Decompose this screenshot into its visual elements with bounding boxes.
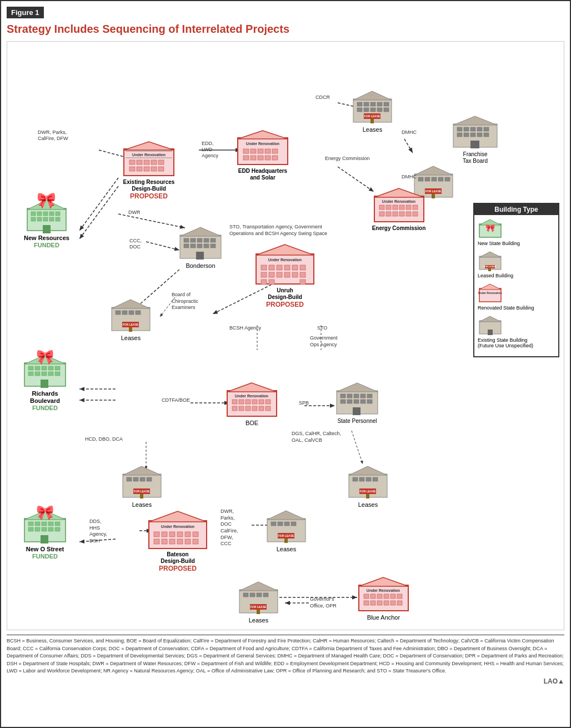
svg-rect-271 bbox=[364, 594, 369, 599]
leases-dwr-building: FOR LEASE Leases bbox=[266, 508, 307, 553]
svg-marker-177 bbox=[123, 466, 161, 475]
svg-rect-56 bbox=[158, 167, 164, 171]
bonderson-label: Bonderson bbox=[186, 262, 215, 270]
bow-icon: 🎀 bbox=[37, 193, 56, 208]
svg-rect-149 bbox=[269, 265, 274, 270]
svg-rect-64 bbox=[272, 149, 278, 153]
svg-rect-231 bbox=[42, 527, 47, 531]
svg-rect-195 bbox=[239, 406, 244, 411]
svg-rect-132 bbox=[197, 244, 202, 248]
svg-rect-192 bbox=[259, 400, 264, 404]
leases-dwr-label: Leases bbox=[277, 546, 296, 553]
svg-rect-134 bbox=[211, 244, 216, 248]
svg-rect-115 bbox=[406, 205, 411, 210]
svg-rect-121 bbox=[406, 212, 411, 216]
annotation-energy-comm: Energy Commission bbox=[325, 156, 370, 162]
svg-rect-258 bbox=[284, 538, 288, 543]
edd-hq-label: EDD Headquartersand Solar bbox=[238, 168, 287, 181]
svg-line-3 bbox=[79, 178, 118, 231]
svg-rect-172 bbox=[42, 372, 47, 376]
svg-rect-233 bbox=[55, 527, 60, 531]
svg-rect-84 bbox=[370, 119, 374, 123]
cdcr-leases-label: Leases bbox=[363, 126, 382, 133]
svg-rect-62 bbox=[258, 149, 263, 153]
legend-box: Building Type 🎀 New State Building bbox=[473, 203, 559, 357]
svg-rect-277 bbox=[364, 601, 369, 605]
leases-dgs-building: FOR LEASE Leases bbox=[347, 464, 389, 508]
svg-rect-47 bbox=[129, 160, 135, 164]
svg-line-5 bbox=[118, 214, 185, 228]
legend-renovated-label: Renovated State Building bbox=[478, 305, 555, 311]
svg-rect-74 bbox=[370, 102, 375, 106]
svg-rect-130 bbox=[184, 244, 189, 248]
svg-rect-81 bbox=[384, 108, 389, 112]
svg-rect-126 bbox=[191, 238, 196, 242]
new-o-street-label: New O Street FUNDED bbox=[26, 546, 64, 560]
svg-rect-166 bbox=[35, 366, 40, 370]
annotation-dds-hhs: DDS,HHSAgency,DSH bbox=[89, 518, 107, 545]
leases-gov-label: Leases bbox=[249, 617, 268, 624]
svg-text:🎀: 🎀 bbox=[485, 223, 495, 233]
unruh-building: Under Renovation bbox=[249, 242, 321, 308]
svg-rect-38 bbox=[56, 217, 60, 221]
svg-rect-254 bbox=[284, 522, 289, 526]
legend-item-leased: FOR LEASE Leased Building bbox=[478, 251, 555, 278]
svg-marker-260 bbox=[239, 582, 278, 591]
svg-rect-275 bbox=[390, 594, 395, 599]
svg-marker-287 bbox=[479, 252, 501, 257]
unruh-label: Unruh Design-Build PROPOSED bbox=[266, 287, 304, 308]
svg-rect-90 bbox=[477, 127, 482, 131]
svg-rect-255 bbox=[291, 522, 296, 526]
svg-rect-243 bbox=[193, 532, 198, 537]
svg-text:FOR LEASE: FOR LEASE bbox=[484, 265, 497, 268]
svg-marker-186 bbox=[227, 383, 277, 392]
annotation-sto-trans: STO, Transportation Agency, GovernmentOp… bbox=[229, 224, 327, 237]
svg-rect-76 bbox=[384, 102, 389, 106]
svg-rect-88 bbox=[464, 127, 469, 131]
svg-rect-152 bbox=[292, 265, 298, 270]
svg-rect-138 bbox=[116, 311, 121, 315]
svg-rect-144 bbox=[129, 327, 132, 332]
legend-item-new-state: 🎀 New State Building bbox=[478, 218, 555, 246]
legend-title: Building Type bbox=[474, 204, 558, 215]
svg-rect-50 bbox=[151, 160, 157, 164]
svg-rect-60 bbox=[243, 149, 249, 153]
svg-rect-94 bbox=[470, 133, 475, 137]
svg-rect-171 bbox=[35, 372, 40, 376]
svg-marker-99 bbox=[414, 166, 453, 175]
svg-rect-276 bbox=[397, 594, 402, 599]
svg-rect-36 bbox=[43, 217, 48, 221]
svg-rect-244 bbox=[154, 539, 159, 544]
richards-blvd-building: 🎀 RichardsBoulev bbox=[23, 353, 67, 412]
svg-rect-197 bbox=[252, 406, 257, 411]
svg-rect-170 bbox=[28, 372, 33, 376]
leases-dgs-label: Leases bbox=[358, 501, 378, 508]
svg-text:Under Renovation: Under Renovation bbox=[367, 589, 400, 592]
svg-rect-103 bbox=[438, 177, 443, 181]
annotation-dmhc1: DMHC bbox=[402, 129, 417, 136]
annotation-dwr-parks2: DWR,Parks,DOCCalFire,DFW,CCC bbox=[221, 508, 238, 547]
energy-commission-label: Energy Commission bbox=[372, 225, 426, 232]
svg-text:Under Renovation: Under Renovation bbox=[132, 153, 166, 157]
existing-resources-building: Under Renovation Existing ResourcesDesig… bbox=[116, 139, 182, 200]
svg-text:FOR LEASE: FOR LEASE bbox=[360, 490, 376, 493]
svg-rect-210 bbox=[360, 400, 365, 403]
svg-rect-39 bbox=[43, 225, 51, 233]
svg-rect-273 bbox=[377, 594, 382, 599]
svg-rect-261 bbox=[243, 593, 248, 597]
svg-rect-29 bbox=[31, 212, 36, 216]
svg-rect-279 bbox=[377, 601, 382, 605]
svg-rect-158 bbox=[292, 272, 298, 277]
svg-rect-218 bbox=[373, 477, 378, 481]
svg-rect-119 bbox=[393, 212, 398, 216]
annotation-cdcr: CDCR bbox=[315, 94, 330, 101]
figure-label: Figure 1 bbox=[7, 7, 44, 18]
svg-rect-193 bbox=[266, 400, 271, 404]
annotation-dwr: DWR bbox=[128, 210, 141, 216]
boe-building: Under Renovation BOE bbox=[226, 381, 278, 427]
svg-rect-151 bbox=[284, 265, 290, 270]
svg-rect-160 bbox=[261, 280, 267, 285]
svg-rect-227 bbox=[48, 522, 53, 526]
blue-anchor-label: Blue Anchor bbox=[367, 614, 400, 621]
svg-rect-161 bbox=[269, 280, 274, 285]
